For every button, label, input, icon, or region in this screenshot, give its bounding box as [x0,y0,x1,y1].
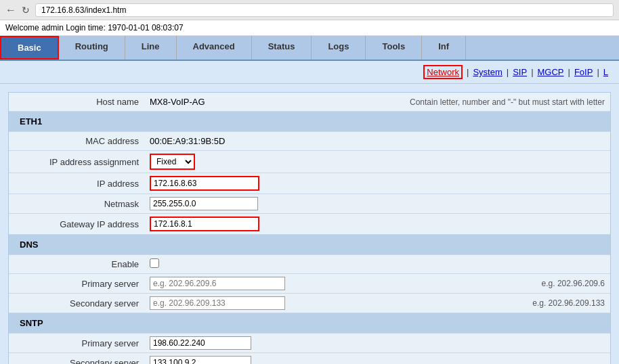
ip-value [144,173,610,194]
netmask-label: Netmask [9,196,144,212]
eth1-header: ETH1 [9,112,610,132]
dns-primary-value [144,274,536,293]
form-container: Host name MX8-VoIP-AG Contain letter, nu… [8,92,611,364]
dns-enable-row: Enable [9,255,610,274]
back-icon[interactable]: ← [5,4,16,16]
welcome-text: Welcome admin Login time: 1970-01-01 08:… [5,23,184,32]
tab-inf[interactable]: Inf [422,36,466,60]
dns-label: DNS [14,237,43,252]
mac-label: MAC address [9,133,144,149]
sntp-primary-input[interactable] [150,336,251,350]
mac-value: 00:0E:A9:31:9B:5D [144,133,610,149]
dns-header: DNS [9,235,610,255]
subnav-sip[interactable]: SIP [513,67,527,77]
tab-logs[interactable]: Logs [312,36,366,60]
content-area: Host name MX8-VoIP-AG Contain letter, nu… [0,84,619,364]
sntp-primary-value [144,334,610,352]
sntp-label: SNTP [14,316,49,330]
ip-assign-value: Fixed DHCP [144,151,610,173]
dns-secondary-input[interactable] [150,296,285,310]
dns-enable-label: Enable [9,256,144,272]
subnav-l[interactable]: L [603,67,608,77]
sub-nav: Network | System | SIP | MGCP | FoIP | L [0,61,619,84]
dns-primary-input[interactable] [150,277,285,290]
tab-routing[interactable]: Routing [59,36,125,60]
ip-input[interactable] [150,176,259,191]
dns-enable-checkbox[interactable] [150,258,159,268]
subnav-mgcp[interactable]: MGCP [538,67,564,77]
hostname-row: Host name MX8-VoIP-AG Contain letter, nu… [9,93,610,112]
netmask-value [144,194,610,213]
gateway-label: Gateway IP address [9,217,144,232]
ip-assign-select[interactable]: Fixed DHCP [150,154,195,170]
dns-primary-row: Primary server e.g. 202.96.209.6 [9,274,610,294]
hostname-text: MX8-VoIP-AG [150,97,205,107]
welcome-bar: Welcome admin Login time: 1970-01-01 08:… [0,20,619,36]
tab-status[interactable]: Status [252,36,312,60]
refresh-icon[interactable]: ↻ [22,5,30,16]
sntp-header: SNTP [9,313,610,334]
gateway-value [144,214,610,234]
dns-secondary-label: Secondary server [9,296,144,311]
sntp-secondary-label: Secondary server [9,355,144,365]
dns-secondary-hint: e.g. 202.96.209.133 [527,296,610,311]
hostname-hint: Contain letter, number and "-" but must … [404,95,610,110]
dns-secondary-value [144,294,527,313]
sntp-secondary-row: Secondary server [9,353,610,364]
netmask-row: Netmask [9,194,610,214]
ip-label: IP address [9,176,144,191]
dns-secondary-row: Secondary server e.g. 202.96.209.133 [9,294,610,313]
browser-bar: ← ↻ [0,0,619,20]
subnav-network[interactable]: Network [423,65,463,79]
gateway-row: Gateway IP address [9,214,610,235]
sntp-primary-label: Primary server [9,336,144,351]
tab-advanced[interactable]: Advanced [177,36,252,60]
nav-tabs: Basic Routing Line Advanced Status Logs … [0,36,619,61]
hostname-value: MX8-VoIP-AG [144,94,404,110]
ip-assign-row: IP address assignment Fixed DHCP [9,151,610,173]
tab-basic[interactable]: Basic [0,36,59,60]
tab-tools[interactable]: Tools [366,36,422,60]
dns-enable-value [144,256,610,273]
gateway-input[interactable] [150,217,259,231]
dns-primary-label: Primary server [9,276,144,292]
sntp-secondary-input[interactable] [150,356,251,364]
mac-text: 00:0E:A9:31:9B:5D [150,136,225,146]
netmask-input[interactable] [150,197,258,210]
ip-assign-label: IP address assignment [9,154,144,170]
eth1-label: ETH1 [14,114,47,129]
subnav-foip[interactable]: FoIP [574,67,593,77]
hostname-label: Host name [9,94,144,110]
sntp-secondary-value [144,353,610,364]
tab-line[interactable]: Line [125,36,177,60]
sntp-primary-row: Primary server [9,334,610,353]
subnav-system[interactable]: System [473,67,502,77]
url-bar[interactable] [35,3,614,17]
mac-row: MAC address 00:0E:A9:31:9B:5D [9,132,610,151]
dns-primary-hint: e.g. 202.96.209.6 [536,276,610,291]
ip-row: IP address [9,173,610,194]
